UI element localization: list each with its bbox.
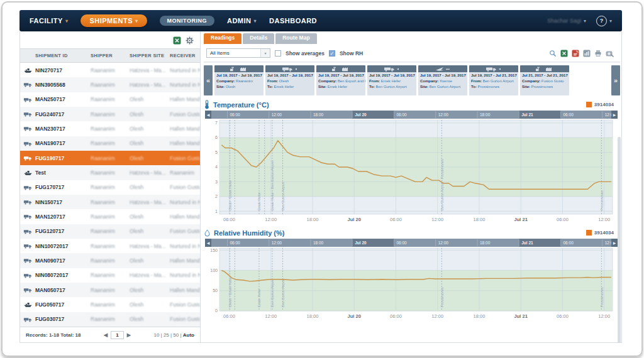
table-row[interactable]: NIN08072017RaananimHatzeva - Ma...Nurtur… — [20, 268, 200, 283]
nav-monitoring[interactable]: MONITORING — [160, 16, 214, 26]
cell-shipper: Raananim — [91, 301, 130, 308]
svg-text:12:00: 12:00 — [272, 112, 282, 117]
col-shipper[interactable]: SHIPPER — [91, 53, 130, 58]
excel-export-icon[interactable] — [173, 36, 181, 45]
cell-shipper: Raananim — [91, 316, 130, 322]
table-row[interactable]: FUG170717RaananimOleshFusion Gusto — [20, 180, 200, 195]
zoom-icon[interactable] — [549, 50, 557, 57]
page-prev-icon[interactable]: ◀ — [104, 332, 108, 338]
segments-scroll-left[interactable]: « — [204, 65, 213, 95]
segment-marker-label: Ben Gurion Airport — [281, 182, 285, 210]
temperature-chart[interactable]: Olesh - Emek HeferEmek HeferEmek Hefer -… — [204, 111, 619, 224]
table-row[interactable]: MAN050717RaananimOleshHallen Mandar — [20, 283, 200, 297]
show-averages-label: Show averages — [286, 50, 325, 57]
col-receiver[interactable]: RECEIVER — [170, 53, 200, 58]
segment-card[interactable]: Jul 19, 2017 - Jul 19, 2017From: Emek He… — [367, 65, 416, 95]
col-shipment-id[interactable]: SHIPMENT ID — [35, 53, 91, 58]
table-row[interactable]: FUG050717RaananimOleshFusion Gusto — [20, 297, 200, 312]
table-row[interactable]: FUG030717RaananimOleshFusion Gusto — [20, 312, 200, 327]
segments-scroll-right[interactable]: » — [611, 65, 620, 95]
segment-marker-label: Ben Gurion Airport — [281, 278, 285, 307]
cell-shipper: Raananim — [91, 199, 130, 205]
table-row[interactable]: TestRaananimHatzeva - Ma...Raananim — [20, 165, 200, 180]
table-row[interactable]: FUG120717RaananimOleshFusion Gusto — [20, 224, 200, 239]
humidity-chart[interactable]: Olesh - Emek HeferEmek HeferBen Gurion A… — [204, 239, 619, 320]
main-content: SHIPMENT ID SHIPPER SHIPPER SITE RECEIVE… — [19, 31, 622, 343]
tab-route-map[interactable]: Route Map — [275, 33, 316, 44]
screen: FACILITY ▾ SHIPMENTS ▾ MONITORING ADMIN … — [0, 0, 644, 358]
user-menu[interactable]: Shachar Sagi ▾ — [547, 18, 586, 24]
cell-shipment-id: NIN150717 — [35, 199, 91, 205]
col-shipper-site[interactable]: SHIPPER SITE — [130, 53, 170, 58]
svg-text:06:00: 06:00 — [557, 313, 569, 319]
segment-dates: Jul 19, 2017 - Jul 19, 2017 — [420, 73, 465, 79]
pdf-export-icon[interactable] — [572, 50, 579, 57]
page-size-options[interactable]: 10 | 25 | 50 | Auto — [153, 332, 194, 338]
help-menu[interactable]: ? ▾ — [596, 16, 612, 26]
snapshot-icon[interactable] — [606, 50, 614, 57]
table-row[interactable]: MAN120717RaananimOleshHallen Mandar — [20, 209, 200, 224]
nav-admin[interactable]: ADMIN ▾ — [227, 17, 257, 24]
table-row[interactable]: NIN10072017RaananimHatzeva - Ma...Nurtur… — [20, 239, 200, 253]
truck-icon — [20, 199, 35, 205]
table-row[interactable]: NIN3905568RaananimHatzeva - Ma...Nurture… — [20, 77, 200, 92]
segment-card[interactable]: Jul 19, 2017 - Jul 19, 2017Company: Raan… — [214, 65, 264, 95]
page-number[interactable]: 1 — [111, 331, 123, 339]
items-dropdown[interactable]: All Items ▾ — [206, 48, 270, 58]
svg-text:100: 100 — [210, 268, 218, 273]
segment-line1: From: Emek Hefer — [369, 79, 414, 84]
table-row[interactable]: NIN270717RaananimHatzeva - Ma...Nurtured… — [20, 63, 200, 77]
image-export-icon[interactable] — [583, 50, 591, 57]
segment-card[interactable]: Jul 19, 2017 - Jul 21, 2017From: Ben Gur… — [469, 65, 518, 95]
segment-card[interactable]: Jul 21, 2017 - Jul 21, 2017Company: Fusi… — [520, 65, 569, 95]
cell-shipper: Raananim — [91, 155, 130, 161]
show-averages-checkbox[interactable] — [275, 50, 281, 57]
svg-text:Jul 21: Jul 21 — [514, 313, 528, 319]
page-next-icon[interactable]: ▶ — [127, 332, 131, 338]
gear-icon[interactable] — [186, 36, 194, 45]
cell-shipper-site: Olesh — [130, 126, 170, 132]
table-row[interactable]: FUG190717RaananimOleshFusion Gusto — [20, 151, 200, 165]
table-row[interactable]: NIN150717RaananimHatzeva - Ma...Nurtured… — [20, 195, 200, 209]
show-rh-label: Show RH — [340, 50, 363, 57]
cell-shipper: Raananim — [91, 243, 130, 249]
cell-shipment-id: NIN270717 — [35, 67, 91, 73]
segment-card-body: Jul 19, 2017 - Jul 19, 2017Company: Xsen… — [418, 72, 467, 90]
cell-shipper: Raananim — [91, 287, 130, 293]
svg-text:Jul 21: Jul 21 — [514, 217, 528, 222]
excel-export-icon[interactable] — [560, 50, 568, 57]
tab-readings[interactable]: Readings — [204, 33, 242, 44]
cell-shipper-site: Olesh — [130, 228, 170, 234]
segment-card[interactable]: Jul 19, 2017 - Jul 19, 2017Company: Xsen… — [418, 65, 467, 95]
table-row[interactable]: MAN230717RaananimOleshHallen Mandar — [20, 121, 200, 136]
show-rh-checkbox[interactable]: ✓ — [329, 50, 335, 57]
table-row[interactable]: MAN250717RaananimOleshHallen Mandar — [20, 92, 200, 107]
cell-receiver: Hallen Mandar — [170, 214, 200, 220]
svg-text:Jul 20: Jul 20 — [348, 313, 361, 319]
cell-shipper-site: Hatzeva - Ma... — [130, 272, 170, 278]
table-row[interactable]: MAN090717RaananimOleshHallen Mandar — [20, 253, 200, 268]
humidity-chart-header: Relative Humidity (%) 3914034 — [204, 227, 620, 239]
ship-icon — [20, 170, 35, 176]
cell-shipment-id: FUG170717 — [35, 184, 91, 190]
cell-receiver: Hallen Mandar — [170, 126, 200, 132]
shipment-list-panel: SHIPMENT ID SHIPPER SHIPPER SITE RECEIVE… — [20, 31, 201, 342]
vertical-scrollbar[interactable] — [618, 137, 621, 342]
table-row[interactable]: FUG240717RaananimOleshFusion Gusto — [20, 107, 200, 121]
segment-card-body: Jul 19, 2017 - Jul 19, 2017Company: Raan… — [214, 72, 264, 90]
tab-details[interactable]: Details — [243, 33, 274, 44]
cell-shipper-site: Olesh — [130, 184, 170, 190]
segment-marker-label: Emek Hefer - Ben Gurion Airport — [270, 160, 274, 210]
site-icon — [316, 65, 365, 72]
segment-card[interactable]: Jul 19, 2017 - Jul 19, 2017Company: Ben … — [316, 65, 365, 95]
nav-facility[interactable]: FACILITY ▾ — [30, 17, 68, 24]
chevron-down-icon: ▾ — [254, 18, 257, 24]
print-icon[interactable] — [594, 50, 602, 57]
nav-shipments[interactable]: SHIPMENTS ▾ — [80, 14, 147, 27]
segment-card[interactable]: Jul 19, 2017 - Jul 19, 2017From: OleshTo… — [265, 65, 314, 95]
table-row[interactable]: MAN190717RaananimOleshHallen Mandar — [20, 136, 200, 151]
svg-text:12:00: 12:00 — [431, 313, 443, 319]
cell-receiver: Nurtured in N... — [170, 243, 200, 249]
nav-dashboard[interactable]: DASHBOARD — [269, 17, 317, 24]
svg-text:7: 7 — [215, 121, 218, 125]
